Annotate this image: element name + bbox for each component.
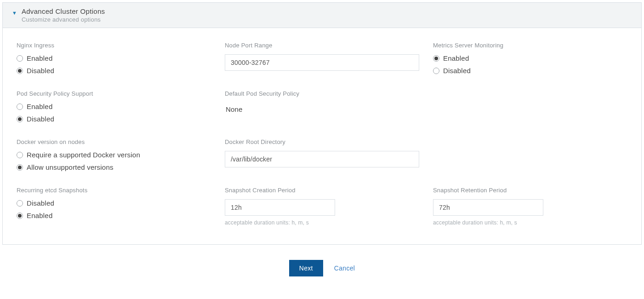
panel-subtitle: Customize advanced options	[22, 16, 105, 23]
default-psp-label: Default Pod Security Policy	[225, 90, 419, 97]
metrics-server-disabled[interactable]: Disabled	[433, 67, 627, 75]
snapshot-creation-input[interactable]	[225, 199, 335, 216]
radio-label: Enabled	[27, 212, 52, 219]
radio-icon	[17, 164, 23, 171]
nginx-ingress-label: Nginx Ingress	[17, 42, 211, 49]
docker-version-field: Docker version on nodes Require a suppor…	[17, 138, 211, 171]
radio-icon	[17, 200, 23, 207]
snapshot-retention-hint: acceptable duration units: h, m, s	[433, 219, 627, 226]
radio-icon	[433, 68, 439, 74]
docker-root-label: Docker Root Directory	[225, 138, 419, 145]
disclosure-icon[interactable]: ▼	[12, 10, 17, 16]
nginx-ingress-enabled[interactable]: Enabled	[17, 54, 211, 62]
snapshot-retention-field: Snapshot Retention Period acceptable dur…	[433, 187, 627, 226]
cancel-button[interactable]: Cancel	[334, 264, 355, 272]
snapshot-creation-hint: acceptable duration units: h, m, s	[225, 219, 419, 226]
panel-title: Advanced Cluster Options	[22, 7, 105, 15]
radio-label: Enabled	[443, 54, 469, 62]
snapshot-creation-label: Snapshot Creation Period	[225, 187, 419, 194]
panel-header: ▼ Advanced Cluster Options Customize adv…	[3, 3, 641, 28]
radio-label: Disabled	[27, 199, 54, 207]
nginx-ingress-field: Nginx Ingress Enabled Disabled	[17, 42, 211, 75]
radio-icon	[17, 55, 23, 62]
metrics-server-field: Metrics Server Monitoring Enabled Disabl…	[433, 42, 627, 75]
radio-label: Enabled	[27, 54, 52, 62]
radio-icon	[17, 104, 23, 110]
radio-icon	[17, 152, 23, 158]
nginx-ingress-disabled[interactable]: Disabled	[17, 67, 211, 75]
snapshot-creation-field: Snapshot Creation Period acceptable dura…	[225, 187, 419, 226]
default-psp-value: None	[225, 103, 419, 116]
docker-version-require[interactable]: Require a supported Docker version	[17, 151, 211, 159]
panel-body: Nginx Ingress Enabled Disabled Node Port…	[3, 28, 641, 244]
radio-label: Disabled	[27, 115, 54, 123]
psp-support-field: Pod Security Policy Support Enabled Disa…	[17, 90, 211, 123]
radio-icon	[17, 68, 23, 74]
snapshot-retention-label: Snapshot Retention Period	[433, 187, 627, 194]
psp-support-disabled[interactable]: Disabled	[17, 115, 211, 123]
node-port-range-label: Node Port Range	[225, 42, 419, 49]
docker-version-label: Docker version on nodes	[17, 138, 211, 145]
radio-label: Require a supported Docker version	[27, 151, 140, 159]
action-bar: Next Cancel	[0, 247, 644, 285]
next-button[interactable]: Next	[289, 260, 323, 276]
radio-label: Allow unsupported versions	[27, 163, 114, 171]
radio-icon	[17, 116, 23, 122]
docker-root-field: Docker Root Directory	[225, 138, 419, 171]
radio-label: Disabled	[27, 67, 54, 75]
etcd-snapshots-enabled[interactable]: Enabled	[17, 212, 211, 219]
metrics-server-enabled[interactable]: Enabled	[433, 54, 627, 62]
node-port-range-field: Node Port Range	[225, 42, 419, 75]
docker-root-input[interactable]	[225, 151, 419, 167]
radio-label: Enabled	[27, 103, 52, 110]
psp-support-enabled[interactable]: Enabled	[17, 103, 211, 110]
snapshot-retention-input[interactable]	[433, 199, 543, 216]
default-psp-field: Default Pod Security Policy None	[225, 90, 419, 123]
etcd-snapshots-field: Recurring etcd Snapshots Disabled Enable…	[17, 187, 211, 226]
radio-icon	[433, 55, 439, 62]
radio-icon	[17, 213, 23, 219]
advanced-cluster-panel: ▼ Advanced Cluster Options Customize adv…	[2, 2, 642, 245]
node-port-range-input[interactable]	[225, 54, 419, 71]
metrics-server-label: Metrics Server Monitoring	[433, 42, 627, 49]
psp-support-label: Pod Security Policy Support	[17, 90, 211, 97]
docker-version-allow[interactable]: Allow unsupported versions	[17, 163, 211, 171]
radio-label: Disabled	[443, 67, 471, 75]
etcd-snapshots-label: Recurring etcd Snapshots	[17, 187, 211, 194]
etcd-snapshots-disabled[interactable]: Disabled	[17, 199, 211, 207]
